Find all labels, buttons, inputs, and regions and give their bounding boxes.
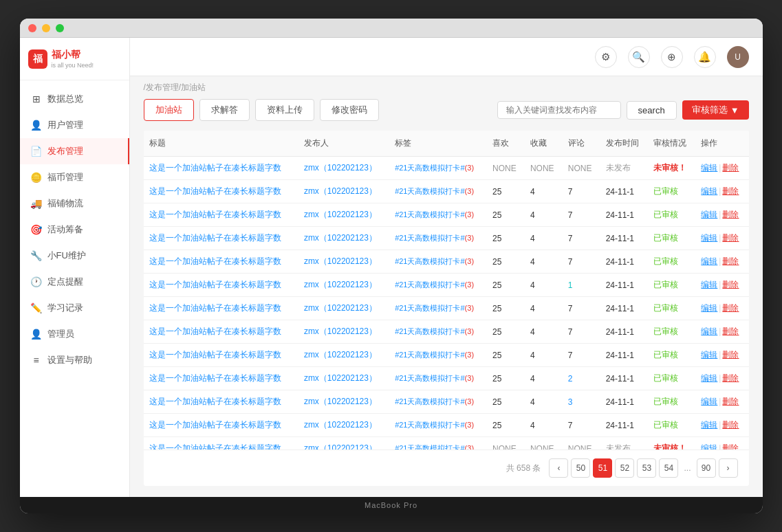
sidebar-item-settings[interactable]: ≡ 设置与帮助: [20, 347, 129, 373]
page-90-button[interactable]: 90: [697, 458, 716, 478]
sidebar-item-learning[interactable]: ✏️ 学习记录: [20, 295, 129, 321]
edit-link[interactable]: 编辑: [701, 420, 717, 430]
sidebar-item-activity[interactable]: 🎯 活动筹备: [20, 217, 129, 243]
delete-link[interactable]: 删除: [722, 210, 739, 219]
delete-link[interactable]: 删除: [722, 326, 739, 336]
settings-icon[interactable]: ⚙: [595, 46, 617, 68]
edit-link[interactable]: 编辑: [701, 443, 717, 450]
plus-icon[interactable]: ⊕: [661, 46, 683, 68]
tab-password[interactable]: 修改密码: [320, 99, 379, 121]
page-54-button[interactable]: 54: [659, 458, 678, 478]
sidebar-item-publish[interactable]: 📄 发布管理: [20, 138, 129, 164]
tag-link[interactable]: #21天高数模拟打卡#(3): [395, 351, 474, 359]
search-input[interactable]: [497, 101, 621, 119]
title-link[interactable]: 这是一个加油站帖子在凑长标题字数: [149, 396, 287, 408]
search-icon[interactable]: 🔍: [628, 46, 650, 68]
prev-page-button[interactable]: ‹: [549, 458, 568, 478]
author-link[interactable]: zmx（102202123）: [304, 350, 377, 359]
edit-link[interactable]: 编辑: [701, 373, 717, 383]
title-link[interactable]: 这是一个加油站帖子在凑长标题字数: [149, 232, 287, 244]
delete-link[interactable]: 删除: [722, 373, 739, 383]
tag-link[interactable]: #21天高数模拟打卡#(3): [395, 234, 474, 242]
author-link[interactable]: zmx（102202123）: [304, 256, 377, 266]
edit-link[interactable]: 编辑: [701, 303, 717, 313]
author-link[interactable]: zmx（102202123）: [304, 163, 377, 173]
sidebar-item-users[interactable]: 👤 用户管理: [20, 112, 129, 138]
tag-link[interactable]: #21天高数模拟打卡#(3): [395, 397, 474, 406]
tag-link[interactable]: #21天高数模拟打卡#(3): [395, 421, 474, 429]
delete-link[interactable]: 删除: [722, 233, 739, 243]
edit-link[interactable]: 编辑: [701, 186, 717, 196]
edit-link[interactable]: 编辑: [701, 163, 717, 173]
title-link[interactable]: 这是一个加油站帖子在凑长标题字数: [149, 326, 287, 337]
edit-link[interactable]: 编辑: [701, 233, 717, 243]
close-button[interactable]: [28, 24, 36, 32]
minimize-button[interactable]: [42, 24, 50, 32]
tag-link[interactable]: #21天高数模拟打卡#(3): [395, 210, 474, 219]
title-link[interactable]: 这是一个加油站帖子在凑长标题字数: [149, 419, 287, 431]
author-link[interactable]: zmx（102202123）: [304, 210, 377, 219]
edit-link[interactable]: 编辑: [701, 210, 717, 219]
page-50-button[interactable]: 50: [571, 458, 590, 478]
author-link[interactable]: zmx（102202123）: [304, 443, 377, 450]
search-button[interactable]: search: [627, 101, 677, 120]
edit-link[interactable]: 编辑: [701, 350, 717, 359]
edit-link[interactable]: 编辑: [701, 397, 717, 406]
sidebar-item-coins[interactable]: 🪙 福币管理: [20, 164, 129, 190]
breadcrumb: /发布管理/加油站: [130, 76, 763, 99]
tag-link[interactable]: #21天高数模拟打卡#(3): [395, 280, 474, 289]
author-link[interactable]: zmx（102202123）: [304, 303, 377, 313]
delete-link[interactable]: 删除: [722, 280, 739, 289]
sidebar-item-reminder[interactable]: 🕐 定点提醒: [20, 269, 129, 295]
sidebar-item-smallfu[interactable]: 🔧 小FU维护: [20, 243, 129, 269]
tag-link[interactable]: #21天高数模拟打卡#(3): [395, 164, 474, 172]
avatar[interactable]: U: [727, 46, 749, 68]
sidebar-item-logistics[interactable]: 🚚 福铺物流: [20, 190, 129, 217]
title-link[interactable]: 这是一个加油站帖子在凑长标题字数: [149, 256, 287, 267]
tab-qa[interactable]: 求解答: [199, 99, 250, 121]
maximize-button[interactable]: [56, 24, 64, 32]
author-link[interactable]: zmx（102202123）: [304, 420, 377, 430]
bell-icon[interactable]: 🔔: [694, 46, 716, 68]
title-link[interactable]: 这是一个加油站帖子在凑长标题字数: [149, 349, 287, 361]
edit-link[interactable]: 编辑: [701, 280, 717, 289]
delete-link[interactable]: 删除: [722, 163, 739, 173]
edit-link[interactable]: 编辑: [701, 326, 717, 336]
author-link[interactable]: zmx（102202123）: [304, 373, 377, 383]
tag-link[interactable]: #21天高数模拟打卡#(3): [395, 257, 474, 265]
delete-link[interactable]: 删除: [722, 186, 739, 196]
tag-link[interactable]: #21天高数模拟打卡#(3): [395, 327, 474, 335]
page-51-button[interactable]: 51: [593, 458, 612, 478]
tab-material[interactable]: 资料上传: [255, 99, 314, 121]
delete-link[interactable]: 删除: [722, 256, 739, 266]
next-page-button[interactable]: ›: [719, 458, 738, 478]
title-link[interactable]: 这是一个加油站帖子在凑长标题字数: [149, 279, 287, 291]
edit-link[interactable]: 编辑: [701, 256, 717, 266]
author-link[interactable]: zmx（102202123）: [304, 326, 377, 336]
author-link[interactable]: zmx（102202123）: [304, 280, 377, 289]
title-link[interactable]: 这是一个加油站帖子在凑长标题字数: [149, 162, 287, 174]
sidebar-item-dashboard[interactable]: ⊞ 数据总览: [20, 86, 129, 112]
title-link[interactable]: 这是一个加油站帖子在凑长标题字数: [149, 209, 287, 221]
filter-button[interactable]: 审核筛选 ▼: [682, 100, 749, 120]
tab-gas[interactable]: 加油站: [144, 99, 194, 121]
delete-link[interactable]: 删除: [722, 420, 739, 430]
title-link[interactable]: 这是一个加油站帖子在凑长标题字数: [149, 373, 287, 384]
delete-link[interactable]: 删除: [722, 303, 739, 313]
title-link[interactable]: 这是一个加油站帖子在凑长标题字数: [149, 443, 287, 450]
sidebar-item-admin[interactable]: 👤 管理员: [20, 321, 129, 347]
author-link[interactable]: zmx（102202123）: [304, 186, 377, 196]
author-link[interactable]: zmx（102202123）: [304, 233, 377, 243]
author-link[interactable]: zmx（102202123）: [304, 397, 377, 406]
page-52-button[interactable]: 52: [615, 458, 634, 478]
delete-link[interactable]: 删除: [722, 443, 739, 450]
page-53-button[interactable]: 53: [637, 458, 656, 478]
tag-link[interactable]: #21天高数模拟打卡#(3): [395, 444, 474, 450]
tag-link[interactable]: #21天高数模拟打卡#(3): [395, 304, 474, 312]
tag-link[interactable]: #21天高数模拟打卡#(3): [395, 187, 474, 195]
title-link[interactable]: 这是一个加油站帖子在凑长标题字数: [149, 302, 287, 314]
tag-link[interactable]: #21天高数模拟打卡#(3): [395, 374, 474, 382]
delete-link[interactable]: 删除: [722, 350, 739, 359]
title-link[interactable]: 这是一个加油站帖子在凑长标题字数: [149, 186, 287, 197]
delete-link[interactable]: 删除: [722, 397, 739, 406]
